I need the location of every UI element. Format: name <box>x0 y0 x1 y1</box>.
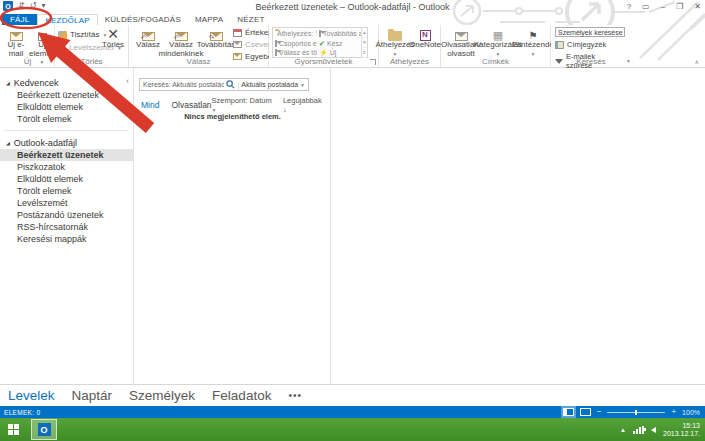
cleanup-icon <box>58 31 67 39</box>
quick-steps-scroll[interactable]: ▴ ▾ ≡ <box>361 28 367 57</box>
find-people-field[interactable]: Személyek keresése <box>555 27 625 37</box>
empty-list-message: Nincs megjeleníthető elem. <box>135 112 330 121</box>
taskbar-outlook-button[interactable] <box>31 419 57 440</box>
speaker-icon[interactable] <box>651 427 656 433</box>
scroll-up-icon[interactable]: ▴ <box>362 28 367 38</box>
account-header[interactable]: ◢ Outlook-adatfájl <box>0 136 133 149</box>
search-scope-dropdown[interactable]: Aktuális postaláda <box>241 81 298 88</box>
window-controls: ? ▭ – ❐ ✕ <box>627 1 701 12</box>
im-icon <box>233 41 242 48</box>
qat-customize-icon[interactable]: ▾ <box>41 1 45 11</box>
folder-junk[interactable]: Levélszemét <box>0 197 133 209</box>
message-list-pane: Keresés: Aktuális postaláda (Ctrl+E) | A… <box>135 68 331 384</box>
quick-step-team-email[interactable]: Csoportos e-mail <box>275 39 317 49</box>
ribbon-options-button[interactable]: ▭ <box>642 1 650 12</box>
search-box[interactable]: Keresés: Aktuális postaláda (Ctrl+E) | A… <box>139 78 309 91</box>
nav-more-button[interactable]: ••• <box>288 390 302 401</box>
normal-view-button[interactable] <box>563 408 574 416</box>
group-label-quick-steps: Gyorsműveletek <box>269 57 378 66</box>
collapse-folder-pane-icon[interactable]: ‹ <box>126 78 129 84</box>
group-label-respond: Válasz <box>129 57 268 66</box>
quick-step-forward[interactable]: Továbbítás a fel... <box>319 29 361 39</box>
follow-up-button[interactable]: ⚑ Elintézendő ▼ <box>517 26 549 58</box>
folder-search[interactable]: Keresési mappák <box>0 233 133 245</box>
reply-all-icon: ↶ <box>175 32 188 41</box>
favorites-header[interactable]: ◢ Kedvencek <box>0 76 133 89</box>
collapse-ribbon-icon[interactable]: ∧ <box>695 58 699 65</box>
zoom-slider[interactable] <box>607 412 665 413</box>
envelope-icon <box>275 49 277 56</box>
zoom-out-button[interactable]: − <box>597 408 602 416</box>
nav-mail[interactable]: Levelek <box>8 388 55 403</box>
address-book-icon <box>555 41 564 49</box>
quick-step-done[interactable]: ✔ Kész <box>319 39 361 49</box>
send-receive-icon[interactable]: ⇵ <box>18 1 25 11</box>
nav-tasks[interactable]: Feladatok <box>212 388 271 403</box>
tab-file[interactable]: FÁJL <box>2 14 37 25</box>
unread-envelope-icon <box>455 32 468 41</box>
search-hint: Keresés: Aktuális postaláda (Ctrl+E) <box>143 81 224 88</box>
quick-step-move[interactable]: Áthelyezés: ? <box>275 29 317 39</box>
navigation-bar: Levelek Naptár Személyek Feladatok ••• <box>0 384 705 406</box>
meeting-icon <box>233 29 242 37</box>
address-book-button[interactable]: Címjegyzék <box>555 40 606 49</box>
tab-home[interactable]: KEZDŐLAP <box>37 14 97 25</box>
ribbon-group-tags: Olvasatlan/ olvasott ▦ Kategorizálás ▼ ⚑… <box>441 25 551 67</box>
reply-icon: ↶ <box>142 32 155 41</box>
folder-sent[interactable]: Elküldött elemek <box>0 173 133 185</box>
filter-unread-tab[interactable]: Olvasatlan <box>171 100 211 110</box>
forward-button[interactable]: ↷ Továbbítás <box>201 26 231 50</box>
zoom-in-button[interactable]: + <box>671 408 676 416</box>
group-label-move: Áthelyezés <box>379 57 440 66</box>
folder-pane-divider <box>4 130 129 131</box>
favorites-deleted[interactable]: Törölt elemek <box>0 113 133 125</box>
move-folder-icon <box>388 31 402 41</box>
search-icon[interactable] <box>226 80 235 89</box>
delete-button[interactable]: ✕ Törlés <box>98 26 128 50</box>
tab-view[interactable]: NÉZET <box>230 14 271 25</box>
close-button[interactable]: ✕ <box>694 1 701 12</box>
onenote-button[interactable]: OneNote <box>410 26 440 50</box>
tab-send-receive[interactable]: KÜLDÉS/FOGADÁS <box>98 14 188 25</box>
ribbon-group-quick-steps: Áthelyezés: ? Csoportos e-mail Válasz és… <box>269 25 379 67</box>
dialog-launcher-icon[interactable] <box>370 59 376 65</box>
system-tray: ▲ 15:13 2013.12.17. <box>620 422 705 438</box>
reading-view-button[interactable] <box>580 408 591 416</box>
scroll-down-icon[interactable]: ▾ <box>362 38 367 48</box>
restore-button[interactable]: ❐ <box>676 1 683 12</box>
search-separator: | <box>237 81 239 88</box>
ribbon-group-move: Áthelyezés ▼ OneNote Áthelyezés <box>379 25 441 67</box>
taskbar-clock[interactable]: 15:13 2013.12.17. <box>663 422 700 438</box>
nav-calendar[interactable]: Naptár <box>72 388 113 403</box>
zoom-slider-thumb[interactable] <box>635 410 637 415</box>
categorize-button[interactable]: ▦ Kategorizálás ▼ <box>480 26 516 58</box>
folder-inbox[interactable]: Beérkezett üzenetek <box>0 149 133 161</box>
favorites-inbox[interactable]: Beérkezett üzenetek <box>0 89 133 101</box>
outlook-window: ⇵ ↺ ▾ Beérkezett üzenetek – Outlook-adat… <box>0 0 705 441</box>
folder-drafts[interactable]: Piszkozatok <box>0 161 133 173</box>
group-label-new: Új <box>1 57 54 66</box>
tab-folder[interactable]: MAPPA <box>188 14 230 25</box>
folder-rss[interactable]: RSS-hírcsatornák <box>0 221 133 233</box>
ribbon-group-new: Új e-mail Új elemek ▼ Új <box>1 25 55 67</box>
zoom-level[interactable]: 100% <box>682 409 700 416</box>
delete-x-icon: ✕ <box>107 27 119 41</box>
reply-all-button[interactable]: ↶ Válasz mindenkinek <box>163 26 199 58</box>
network-icon[interactable] <box>633 426 644 434</box>
help-button[interactable]: ? <box>627 1 631 12</box>
folder-pane: ‹ ◢ Kedvencek Beérkezett üzenetek Elküld… <box>0 68 134 384</box>
group-label-delete: Törlés <box>55 57 128 66</box>
minimize-button[interactable]: – <box>661 1 665 12</box>
filter-all-tab[interactable]: Mind <box>141 100 159 110</box>
taskbar: ▲ 15:13 2013.12.17. <box>0 418 705 441</box>
folder-outbox[interactable]: Postázandó üzenetek <box>0 209 133 221</box>
folder-deleted[interactable]: Törölt elemek <box>0 185 133 197</box>
undo-icon[interactable]: ↺ <box>30 1 37 11</box>
nav-people[interactable]: Személyek <box>129 388 195 403</box>
outlook-logo-icon <box>3 1 13 11</box>
move-button[interactable]: Áthelyezés ▼ <box>380 26 410 58</box>
windows-logo-icon <box>8 424 20 436</box>
start-button[interactable] <box>0 418 28 441</box>
tray-expand-icon[interactable]: ▲ <box>620 427 626 433</box>
favorites-sent[interactable]: Elküldött elemek <box>0 101 133 113</box>
